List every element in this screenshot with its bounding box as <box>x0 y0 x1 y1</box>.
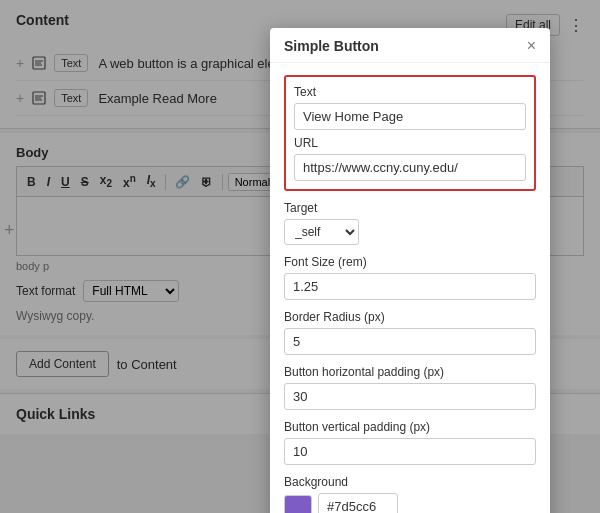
h-padding-input[interactable] <box>284 383 536 410</box>
bg-color-input[interactable] <box>318 493 398 513</box>
bg-group: Background <box>284 475 536 513</box>
page-container: Content Edit all ⋮ + Text <box>0 0 600 513</box>
font-size-label: Font Size (rem) <box>284 255 536 269</box>
text-input[interactable] <box>294 103 526 130</box>
font-size-group: Font Size (rem) <box>284 255 536 300</box>
url-input[interactable] <box>294 154 526 181</box>
text-field-group: Text <box>294 85 526 130</box>
url-field-group: URL <box>294 136 526 181</box>
font-size-input[interactable] <box>284 273 536 300</box>
bg-color-swatch[interactable] <box>284 495 312 514</box>
modal-close-button[interactable]: × <box>527 38 536 54</box>
modal-header: Simple Button × <box>270 28 550 63</box>
target-label: Target <box>284 201 536 215</box>
v-padding-group: Button vertical padding (px) <box>284 420 536 465</box>
modal-title: Simple Button <box>284 38 379 54</box>
h-padding-group: Button horizontal padding (px) <box>284 365 536 410</box>
border-radius-group: Border Radius (px) <box>284 310 536 355</box>
simple-button-modal: Simple Button × Text URL Target <box>270 28 550 513</box>
target-group: Target _self _blank _parent _top <box>284 201 536 245</box>
v-padding-input[interactable] <box>284 438 536 465</box>
modal-body: Text URL Target _self _blank _parent _to… <box>270 63 550 513</box>
text-label: Text <box>294 85 526 99</box>
h-padding-label: Button horizontal padding (px) <box>284 365 536 379</box>
border-radius-input[interactable] <box>284 328 536 355</box>
bg-label: Background <box>284 475 536 489</box>
v-padding-label: Button vertical padding (px) <box>284 420 536 434</box>
text-url-highlight-box: Text URL <box>284 75 536 191</box>
target-select[interactable]: _self _blank _parent _top <box>284 219 359 245</box>
url-label: URL <box>294 136 526 150</box>
border-radius-label: Border Radius (px) <box>284 310 536 324</box>
